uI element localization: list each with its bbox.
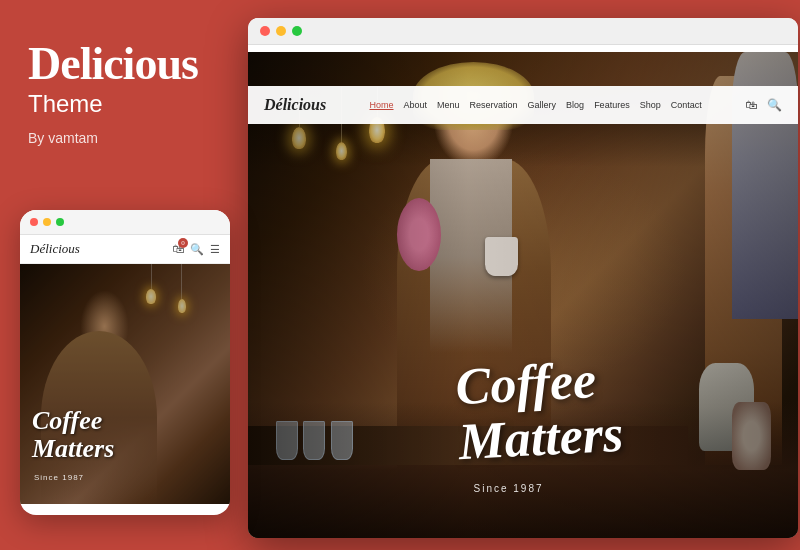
mobile-hero-overlay: [20, 264, 230, 504]
desktop-nav-right: 🛍 🔍: [745, 98, 782, 113]
mobile-minimize-dot: [43, 218, 51, 226]
desktop-search-icon[interactable]: 🔍: [767, 98, 782, 113]
mobile-hero: Coffee Matters Since 1987: [20, 264, 230, 504]
theme-author: By vamtam: [28, 130, 212, 146]
mobile-nav-icons: 🛍 0 🔍 ☰: [172, 242, 220, 257]
theme-title: Delicious: [28, 40, 212, 88]
mobile-traffic-lights: [20, 210, 230, 235]
mobile-coffee-text: Coffee Matters: [32, 407, 114, 464]
nav-link-contact[interactable]: Contact: [671, 100, 702, 110]
desktop-coffee-text: Coffee Matters: [454, 352, 624, 470]
desktop-preview-card: Coffee Matters Since 1987 Délicious Home…: [248, 18, 798, 538]
theme-subtitle: Theme: [28, 90, 212, 118]
desktop-nav: Délicious Home About Menu Reservation Ga…: [248, 86, 798, 124]
desktop-maximize-dot[interactable]: [292, 26, 302, 36]
nav-link-reservation[interactable]: Reservation: [470, 100, 518, 110]
nav-link-features[interactable]: Features: [594, 100, 630, 110]
nav-link-menu[interactable]: Menu: [437, 100, 460, 110]
desktop-close-dot[interactable]: [260, 26, 270, 36]
desktop-bag-icon[interactable]: 🛍: [745, 98, 757, 113]
desktop-titlebar: [248, 18, 798, 45]
mobile-maximize-dot: [56, 218, 64, 226]
nav-link-about[interactable]: About: [404, 100, 428, 110]
hero-background: Coffee Matters Since 1987: [248, 52, 798, 538]
nav-link-blog[interactable]: Blog: [566, 100, 584, 110]
desktop-logo: Délicious: [264, 96, 326, 114]
desktop-nav-links: Home About Menu Reservation Gallery Blog…: [370, 100, 702, 110]
mobile-cart-badge: 0: [178, 238, 188, 248]
mobile-cart-icon: 🛍 0: [172, 242, 184, 257]
mobile-menu-icon: ☰: [210, 243, 220, 256]
nav-link-gallery[interactable]: Gallery: [528, 100, 557, 110]
nav-link-shop[interactable]: Shop: [640, 100, 661, 110]
desktop-since-text: Since 1987: [474, 483, 544, 494]
desktop-minimize-dot[interactable]: [276, 26, 286, 36]
mobile-close-dot: [30, 218, 38, 226]
mobile-search-icon: 🔍: [190, 243, 204, 256]
desktop-hero: Coffee Matters Since 1987 Délicious Home…: [248, 52, 798, 538]
mobile-since-text: Since 1987: [34, 473, 84, 482]
nav-link-home[interactable]: Home: [370, 100, 394, 110]
mobile-preview-card: Délicious 🛍 0 🔍 ☰ Coffee Matters: [20, 210, 230, 515]
mobile-nav: Délicious 🛍 0 🔍 ☰: [20, 235, 230, 264]
mobile-logo: Délicious: [30, 241, 80, 257]
